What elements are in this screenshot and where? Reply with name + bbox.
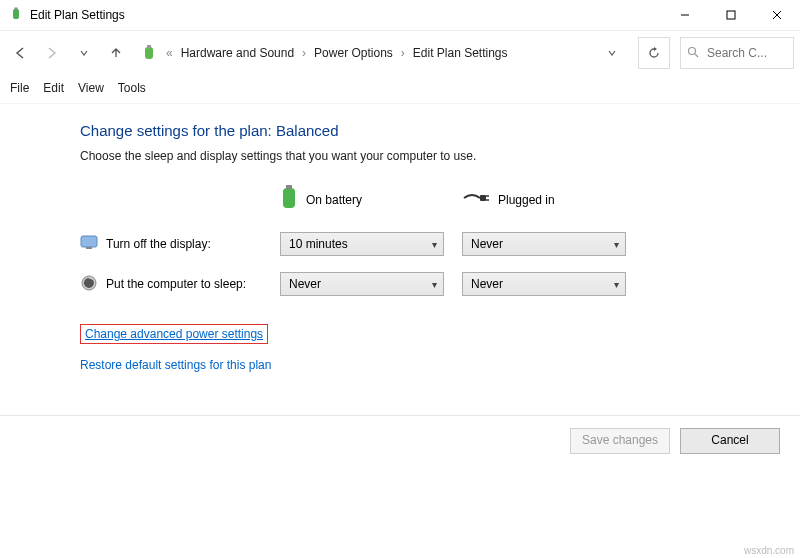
heading-prefix: Change settings for the plan:	[80, 122, 276, 139]
watermark: wsxdn.com	[744, 545, 794, 556]
breadcrumb-item[interactable]: Edit Plan Settings	[413, 46, 508, 60]
titlebar: Edit Plan Settings	[0, 0, 800, 31]
svg-point-8	[689, 47, 696, 54]
svg-rect-1	[15, 8, 18, 10]
content-pane: Change settings for the plan: Balanced C…	[0, 104, 800, 372]
display-battery-dropdown[interactable]: 10 minutes ▾	[280, 232, 444, 256]
sleep-battery-dropdown[interactable]: Never ▾	[280, 272, 444, 296]
chevron-down-icon: ▾	[614, 239, 619, 250]
close-button[interactable]	[754, 0, 800, 30]
change-advanced-link[interactable]: Change advanced power settings	[85, 327, 263, 341]
breadcrumb-sep-icon: «	[166, 46, 173, 60]
svg-line-4	[773, 11, 781, 19]
search-box[interactable]	[680, 37, 794, 69]
app-icon	[8, 7, 24, 23]
svg-line-9	[695, 54, 698, 57]
chevron-right-icon: ›	[302, 46, 306, 60]
recent-locations-chevron[interactable]	[70, 39, 98, 67]
svg-rect-15	[81, 236, 97, 247]
svg-rect-10	[283, 188, 295, 208]
display-label: Turn off the display:	[106, 237, 211, 251]
minimize-button[interactable]	[662, 0, 708, 30]
restore-link-row: Restore default settings for this plan	[80, 358, 784, 372]
svg-rect-7	[147, 45, 151, 48]
sleep-icon	[80, 274, 98, 295]
row-turn-off-display: Turn off the display: 10 minutes ▾ Never…	[80, 232, 784, 256]
row-computer-sleep: Put the computer to sleep: Never ▾ Never…	[80, 272, 784, 296]
battery-icon	[280, 185, 298, 214]
page-heading: Change settings for the plan: Balanced	[80, 122, 784, 139]
sleep-plugged-value: Never	[471, 277, 503, 291]
page-subtext: Choose the sleep and display settings th…	[80, 149, 784, 163]
refresh-button[interactable]	[638, 37, 670, 69]
svg-line-5	[773, 11, 781, 19]
on-battery-label: On battery	[306, 193, 362, 207]
plugged-in-label: Plugged in	[498, 193, 555, 207]
menu-view[interactable]: View	[78, 81, 104, 95]
forward-button[interactable]	[38, 39, 66, 67]
window-title: Edit Plan Settings	[30, 8, 125, 22]
svg-rect-3	[727, 11, 735, 19]
sleep-label: Put the computer to sleep:	[106, 277, 246, 291]
breadcrumb-item[interactable]: Power Options	[314, 46, 393, 60]
menu-file[interactable]: File	[10, 81, 29, 95]
search-icon	[687, 46, 699, 61]
sleep-battery-value: Never	[289, 277, 321, 291]
breadcrumb-dropdown-chevron[interactable]	[600, 41, 624, 65]
chevron-right-icon: ›	[401, 46, 405, 60]
chevron-down-icon: ▾	[614, 279, 619, 290]
plan-name: Balanced	[276, 122, 339, 139]
svg-rect-16	[86, 247, 92, 249]
maximize-button[interactable]	[708, 0, 754, 30]
menubar: File Edit View Tools	[0, 75, 800, 104]
chevron-down-icon: ▾	[432, 239, 437, 250]
svg-rect-11	[286, 185, 292, 189]
display-plugged-value: Never	[471, 237, 503, 251]
save-changes-button[interactable]: Save changes	[570, 428, 670, 454]
display-battery-value: 10 minutes	[289, 237, 348, 251]
column-headers: On battery Plugged in	[80, 185, 784, 214]
display-plugged-dropdown[interactable]: Never ▾	[462, 232, 626, 256]
nav-row: « Hardware and Sound › Power Options › E…	[0, 31, 800, 75]
chevron-down-icon: ▾	[432, 279, 437, 290]
svg-rect-0	[13, 9, 19, 19]
advanced-link-row: Change advanced power settings	[80, 324, 784, 344]
back-button[interactable]	[6, 39, 34, 67]
up-button[interactable]	[102, 39, 130, 67]
button-bar: Save changes Cancel	[0, 415, 800, 466]
svg-rect-6	[145, 47, 153, 59]
svg-rect-12	[480, 195, 486, 201]
menu-edit[interactable]: Edit	[43, 81, 64, 95]
monitor-icon	[80, 235, 98, 254]
search-input[interactable]	[705, 45, 769, 61]
menu-tools[interactable]: Tools	[118, 81, 146, 95]
breadcrumb[interactable]: « Hardware and Sound › Power Options › E…	[134, 41, 630, 65]
breadcrumb-item[interactable]: Hardware and Sound	[181, 46, 294, 60]
plug-icon	[462, 190, 490, 209]
cancel-button[interactable]: Cancel	[680, 428, 780, 454]
restore-defaults-link[interactable]: Restore default settings for this plan	[80, 358, 271, 372]
breadcrumb-root-icon	[140, 44, 158, 62]
sleep-plugged-dropdown[interactable]: Never ▾	[462, 272, 626, 296]
